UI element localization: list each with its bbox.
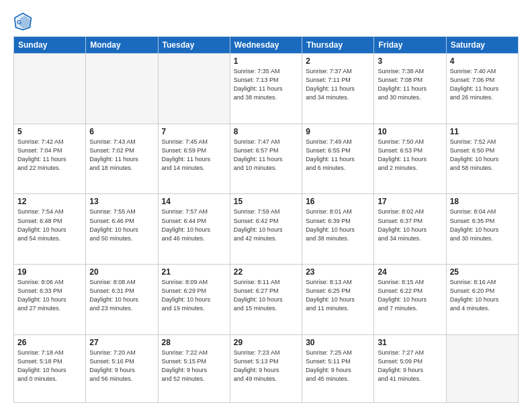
day-number: 23 xyxy=(306,267,370,277)
calendar-cell: 24Sunrise: 8:15 AM Sunset: 6:22 PM Dayli… xyxy=(374,265,446,335)
day-number: 18 xyxy=(450,197,515,206)
day-number: 21 xyxy=(162,267,226,277)
day-number: 31 xyxy=(378,338,442,347)
calendar-cell: 10Sunrise: 7:50 AM Sunset: 6:53 PM Dayli… xyxy=(374,124,446,194)
calendar-header-monday: Monday xyxy=(86,37,158,54)
day-number: 25 xyxy=(450,267,515,277)
calendar-cell: 15Sunrise: 7:59 AM Sunset: 6:42 PM Dayli… xyxy=(230,194,302,265)
day-number: 24 xyxy=(378,267,442,277)
calendar-cell xyxy=(446,334,518,402)
calendar-cell: 22Sunrise: 8:11 AM Sunset: 6:27 PM Dayli… xyxy=(230,265,302,335)
day-number: 20 xyxy=(89,267,154,277)
calendar-cell: 14Sunrise: 7:57 AM Sunset: 6:44 PM Dayli… xyxy=(158,194,230,265)
calendar-week-5: 26Sunrise: 7:18 AM Sunset: 5:18 PM Dayli… xyxy=(14,334,519,402)
calendar-cell: 26Sunrise: 7:18 AM Sunset: 5:18 PM Dayli… xyxy=(14,334,86,402)
calendar-cell: 21Sunrise: 8:09 AM Sunset: 6:29 PM Dayli… xyxy=(158,265,230,335)
day-number: 12 xyxy=(17,197,82,206)
day-info: Sunrise: 8:13 AM Sunset: 6:25 PM Dayligh… xyxy=(306,278,370,313)
svg-text:G: G xyxy=(17,19,21,26)
logo: G xyxy=(13,12,35,31)
day-number: 19 xyxy=(17,267,82,277)
day-number: 7 xyxy=(162,127,226,136)
calendar-cell xyxy=(14,54,86,124)
day-info: Sunrise: 7:38 AM Sunset: 7:08 PM Dayligh… xyxy=(378,67,442,102)
calendar-header-wednesday: Wednesday xyxy=(230,37,302,54)
calendar-header-thursday: Thursday xyxy=(302,37,374,54)
day-number: 17 xyxy=(378,197,442,206)
day-info: Sunrise: 7:47 AM Sunset: 6:57 PM Dayligh… xyxy=(234,138,298,173)
day-info: Sunrise: 7:22 AM Sunset: 5:15 PM Dayligh… xyxy=(162,349,226,383)
page: G SundayMondayTuesdayWednesdayThursdayFr… xyxy=(0,0,532,411)
calendar-cell: 6Sunrise: 7:43 AM Sunset: 7:02 PM Daylig… xyxy=(86,124,158,194)
day-number: 27 xyxy=(89,338,154,347)
calendar-cell: 18Sunrise: 8:04 AM Sunset: 6:35 PM Dayli… xyxy=(446,194,518,265)
day-number: 13 xyxy=(89,197,154,206)
day-info: Sunrise: 7:23 AM Sunset: 5:13 PM Dayligh… xyxy=(234,349,298,383)
day-info: Sunrise: 7:35 AM Sunset: 7:13 PM Dayligh… xyxy=(234,67,298,102)
day-number: 16 xyxy=(306,197,370,206)
day-number: 29 xyxy=(234,338,298,347)
day-info: Sunrise: 8:02 AM Sunset: 6:37 PM Dayligh… xyxy=(378,208,442,242)
day-number: 4 xyxy=(450,56,515,66)
calendar-cell: 31Sunrise: 7:27 AM Sunset: 5:09 PM Dayli… xyxy=(374,334,446,402)
day-number: 22 xyxy=(234,267,298,277)
calendar-week-4: 19Sunrise: 8:06 AM Sunset: 6:33 PM Dayli… xyxy=(14,265,519,335)
calendar-cell: 29Sunrise: 7:23 AM Sunset: 5:13 PM Dayli… xyxy=(230,334,302,402)
calendar-header-sunday: Sunday xyxy=(14,37,86,54)
day-info: Sunrise: 7:45 AM Sunset: 6:59 PM Dayligh… xyxy=(162,138,226,173)
calendar-cell: 16Sunrise: 8:01 AM Sunset: 6:39 PM Dayli… xyxy=(302,194,374,265)
calendar-cell: 4Sunrise: 7:40 AM Sunset: 7:06 PM Daylig… xyxy=(446,54,518,124)
day-info: Sunrise: 7:59 AM Sunset: 6:42 PM Dayligh… xyxy=(234,208,298,242)
calendar-cell: 12Sunrise: 7:54 AM Sunset: 6:48 PM Dayli… xyxy=(14,194,86,265)
calendar-cell xyxy=(86,54,158,124)
day-number: 1 xyxy=(234,56,298,66)
day-info: Sunrise: 7:55 AM Sunset: 6:46 PM Dayligh… xyxy=(89,208,154,242)
calendar-table: SundayMondayTuesdayWednesdayThursdayFrid… xyxy=(13,36,519,403)
day-info: Sunrise: 7:57 AM Sunset: 6:44 PM Dayligh… xyxy=(162,208,226,242)
day-info: Sunrise: 7:52 AM Sunset: 6:50 PM Dayligh… xyxy=(450,138,515,173)
calendar-cell: 3Sunrise: 7:38 AM Sunset: 7:08 PM Daylig… xyxy=(374,54,446,124)
calendar-cell: 20Sunrise: 8:08 AM Sunset: 6:31 PM Dayli… xyxy=(86,265,158,335)
calendar-cell: 8Sunrise: 7:47 AM Sunset: 6:57 PM Daylig… xyxy=(230,124,302,194)
day-info: Sunrise: 7:54 AM Sunset: 6:48 PM Dayligh… xyxy=(17,208,82,242)
day-number: 9 xyxy=(306,127,370,136)
calendar-cell: 25Sunrise: 8:16 AM Sunset: 6:20 PM Dayli… xyxy=(446,265,518,335)
calendar-cell: 28Sunrise: 7:22 AM Sunset: 5:15 PM Dayli… xyxy=(158,334,230,402)
day-info: Sunrise: 8:08 AM Sunset: 6:31 PM Dayligh… xyxy=(89,278,154,313)
day-number: 8 xyxy=(234,127,298,136)
calendar-cell: 13Sunrise: 7:55 AM Sunset: 6:46 PM Dayli… xyxy=(86,194,158,265)
calendar-header-tuesday: Tuesday xyxy=(158,37,230,54)
day-info: Sunrise: 7:25 AM Sunset: 5:11 PM Dayligh… xyxy=(306,349,370,383)
calendar-cell: 17Sunrise: 8:02 AM Sunset: 6:37 PM Dayli… xyxy=(374,194,446,265)
day-info: Sunrise: 7:40 AM Sunset: 7:06 PM Dayligh… xyxy=(450,67,515,102)
day-info: Sunrise: 7:43 AM Sunset: 7:02 PM Dayligh… xyxy=(89,138,154,173)
day-info: Sunrise: 7:20 AM Sunset: 5:16 PM Dayligh… xyxy=(89,349,154,383)
day-number: 26 xyxy=(17,338,82,347)
day-number: 11 xyxy=(450,127,515,136)
calendar-cell: 2Sunrise: 7:37 AM Sunset: 7:11 PM Daylig… xyxy=(302,54,374,124)
day-number: 30 xyxy=(306,338,370,347)
calendar-header-row: SundayMondayTuesdayWednesdayThursdayFrid… xyxy=(14,37,519,54)
calendar-cell: 30Sunrise: 7:25 AM Sunset: 5:11 PM Dayli… xyxy=(302,334,374,402)
calendar-cell: 23Sunrise: 8:13 AM Sunset: 6:25 PM Dayli… xyxy=(302,265,374,335)
header: G xyxy=(13,12,519,31)
day-number: 28 xyxy=(162,338,226,347)
calendar-cell: 27Sunrise: 7:20 AM Sunset: 5:16 PM Dayli… xyxy=(86,334,158,402)
calendar-cell: 9Sunrise: 7:49 AM Sunset: 6:55 PM Daylig… xyxy=(302,124,374,194)
calendar-cell: 11Sunrise: 7:52 AM Sunset: 6:50 PM Dayli… xyxy=(446,124,518,194)
calendar-cell: 5Sunrise: 7:42 AM Sunset: 7:04 PM Daylig… xyxy=(14,124,86,194)
calendar-week-2: 5Sunrise: 7:42 AM Sunset: 7:04 PM Daylig… xyxy=(14,124,519,194)
calendar-cell: 1Sunrise: 7:35 AM Sunset: 7:13 PM Daylig… xyxy=(230,54,302,124)
calendar-week-3: 12Sunrise: 7:54 AM Sunset: 6:48 PM Dayli… xyxy=(14,194,519,265)
day-info: Sunrise: 7:27 AM Sunset: 5:09 PM Dayligh… xyxy=(378,349,442,383)
logo-icon: G xyxy=(13,12,32,31)
day-info: Sunrise: 8:15 AM Sunset: 6:22 PM Dayligh… xyxy=(378,278,442,313)
day-info: Sunrise: 7:37 AM Sunset: 7:11 PM Dayligh… xyxy=(306,67,370,102)
day-info: Sunrise: 7:49 AM Sunset: 6:55 PM Dayligh… xyxy=(306,138,370,173)
calendar-cell: 7Sunrise: 7:45 AM Sunset: 6:59 PM Daylig… xyxy=(158,124,230,194)
day-number: 15 xyxy=(234,197,298,206)
calendar-header-saturday: Saturday xyxy=(446,37,518,54)
day-number: 3 xyxy=(378,56,442,66)
day-info: Sunrise: 8:11 AM Sunset: 6:27 PM Dayligh… xyxy=(234,278,298,313)
day-number: 14 xyxy=(162,197,226,206)
